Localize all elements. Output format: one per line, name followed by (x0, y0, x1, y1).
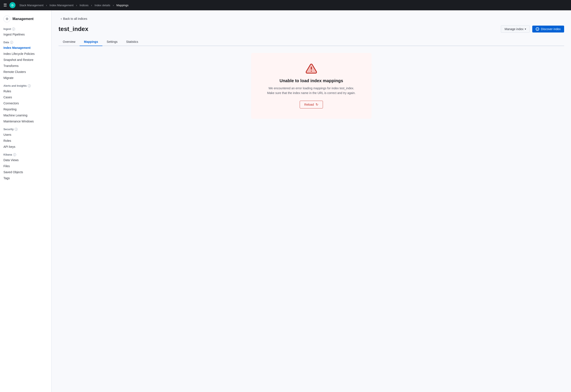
sidebar-item-index-management[interactable]: Index Management (0, 45, 51, 51)
sidebar-section-label: Securityi (0, 126, 51, 132)
sidebar-item-users[interactable]: Users (0, 132, 51, 138)
sidebar-item-maintenance-windows[interactable]: Maintenance Windows (0, 118, 51, 124)
breadcrumb: Stack Management›Index Management›Indice… (18, 4, 130, 7)
manage-index-label: Manage index (504, 27, 523, 31)
sidebar-item-migrate[interactable]: Migrate (0, 75, 51, 81)
page-title: test_index (58, 26, 88, 32)
warning-triangle-icon (305, 63, 317, 74)
sidebar-header: ⚙ Management (0, 14, 51, 26)
info-icon[interactable]: i (13, 153, 16, 156)
sidebar-item-index-lifecycle-policies[interactable]: Index Lifecycle Policies (0, 51, 51, 57)
sidebar: ⚙ Management IngestiIngest PipelinesData… (0, 10, 52, 392)
svg-point-1 (311, 71, 312, 72)
discover-index-button[interactable]: ⊙ Discover index (532, 26, 564, 32)
breadcrumb-item-index-management[interactable]: Index Management (48, 4, 75, 7)
sidebar-section-kibana: KibanaiData ViewsFilesSaved ObjectsTags (0, 151, 51, 181)
tab-overview[interactable]: Overview (58, 38, 80, 46)
breadcrumb-item-stack-management[interactable]: Stack Management (18, 4, 45, 7)
breadcrumb-separator: › (45, 4, 48, 7)
sidebar-item-transforms[interactable]: Transforms (0, 63, 51, 69)
info-icon[interactable]: i (10, 41, 13, 44)
sidebar-item-tags[interactable]: Tags (0, 175, 51, 181)
reload-button[interactable]: Reload ↻ (300, 101, 323, 108)
sidebar-item-reporting[interactable]: Reporting (0, 106, 51, 112)
tab-settings[interactable]: Settings (102, 38, 122, 46)
content-area: ‹ Back to all indices test_index Manage … (52, 10, 571, 392)
breadcrumb-separator: › (90, 4, 93, 7)
avatar: D (10, 2, 15, 8)
manage-index-button[interactable]: Manage index ▾ (501, 25, 530, 33)
chevron-down-icon: ▾ (525, 28, 526, 30)
back-label: Back to all indices (63, 17, 87, 20)
error-title: Unable to load index mappings (279, 78, 343, 83)
sidebar-item-files[interactable]: Files (0, 163, 51, 169)
tabs-bar: OverviewMappingsSettingsStatistics (58, 38, 564, 46)
sidebar-item-data-views[interactable]: Data Views (0, 157, 51, 163)
info-icon[interactable]: i (15, 128, 18, 131)
sidebar-item-roles[interactable]: Roles (0, 138, 51, 144)
error-card: Unable to load index mappings We encount… (251, 53, 371, 119)
page-header: test_index Manage index ▾ ⊙ Discover ind… (58, 25, 564, 33)
sidebar-item-remote-clusters[interactable]: Remote Clusters (0, 69, 51, 75)
header-actions: Manage index ▾ ⊙ Discover index (501, 25, 564, 33)
top-nav: ☰ D Stack Management›Index Management›In… (0, 0, 571, 10)
main-layout: ⚙ Management IngestiIngest PipelinesData… (0, 10, 571, 392)
reload-icon: ↻ (316, 103, 318, 106)
tab-mappings[interactable]: Mappings (80, 38, 102, 46)
compass-icon: ⊙ (536, 27, 539, 31)
breadcrumb-item-mappings: Mappings (115, 4, 130, 7)
sidebar-item-machine-learning[interactable]: Machine Learning (0, 112, 51, 118)
sidebar-section-data: DataiIndex ManagementIndex Lifecycle Pol… (0, 39, 51, 81)
breadcrumb-separator: › (112, 4, 115, 7)
back-arrow-icon: ‹ (61, 17, 62, 21)
error-description: We encountered an error loading mappings… (267, 86, 356, 96)
tab-statistics[interactable]: Statistics (122, 38, 143, 46)
gear-icon: ⚙ (3, 15, 10, 22)
sidebar-section-security: SecurityiUsersRolesAPI keys (0, 126, 51, 150)
sidebar-item-cases[interactable]: Cases (0, 94, 51, 100)
sidebar-section-label: Kibanai (0, 151, 51, 157)
sidebar-item-saved-objects[interactable]: Saved Objects (0, 169, 51, 175)
sidebar-item-rules[interactable]: Rules (0, 88, 51, 94)
breadcrumb-separator: › (75, 4, 78, 7)
breadcrumb-item-index-details[interactable]: Index details (93, 4, 112, 7)
sidebar-section-label: Alerts and Insightsi (0, 83, 51, 88)
discover-index-label: Discover index (541, 27, 561, 31)
breadcrumb-item-indices[interactable]: Indices (78, 4, 90, 7)
sidebar-item-snapshot-and-restore[interactable]: Snapshot and Restore (0, 57, 51, 63)
sidebar-section-label: Datai (0, 39, 51, 45)
warning-icon-wrap (305, 63, 317, 74)
reload-label: Reload (304, 103, 314, 106)
back-button[interactable]: ‹ Back to all indices (58, 15, 89, 22)
info-icon[interactable]: i (12, 28, 15, 30)
sidebar-section-ingest: IngestiIngest Pipelines (0, 26, 51, 37)
sidebar-section-label: Ingesti (0, 26, 51, 31)
sidebar-item-ingest-pipelines[interactable]: Ingest Pipelines (0, 31, 51, 37)
sidebar-item-api-keys[interactable]: API keys (0, 144, 51, 150)
sidebar-title: Management (13, 17, 34, 21)
info-icon[interactable]: i (28, 84, 31, 87)
sidebar-item-connectors[interactable]: Connectors (0, 100, 51, 106)
hamburger-icon[interactable]: ☰ (3, 3, 7, 8)
sidebar-section-alerts-and-insights: Alerts and InsightsiRulesCasesConnectors… (0, 83, 51, 124)
